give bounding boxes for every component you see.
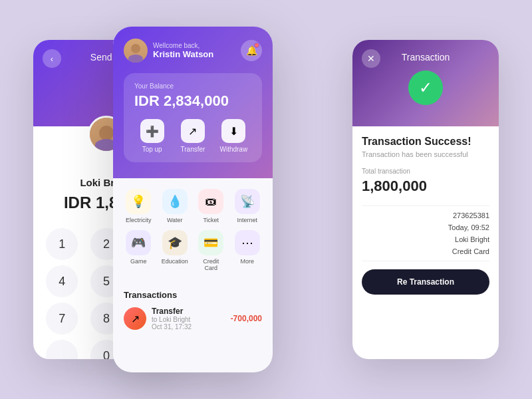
withdraw-icon: ⬇	[229, 125, 238, 138]
transaction-info: Transfer to Loki Bright Oct 31, 17:32	[152, 307, 225, 331]
notification-bell[interactable]: 🔔	[241, 40, 262, 61]
num-7[interactable]: 7	[46, 303, 78, 334]
transfer-button[interactable]: ↗ Transfer	[175, 119, 210, 153]
transaction-amount: -700,000	[231, 314, 262, 323]
transfer-icon: ↗	[188, 125, 197, 138]
balance-label: Your Balance	[134, 82, 251, 90]
transaction-title: Transaction	[402, 52, 450, 63]
num-empty	[46, 340, 78, 359]
ticket-label: Ticket	[203, 217, 219, 223]
transaction-name: Transfer	[152, 307, 225, 316]
service-electricity[interactable]: 💡 Electricity	[124, 189, 154, 223]
detail-row-id: 273625381	[362, 211, 489, 219]
dashboard-card: Wellcome back, Kristin Watson 🔔 Your Bal…	[113, 27, 273, 372]
internet-icon: 📡	[235, 189, 260, 214]
electricity-label: Electricity	[126, 217, 152, 223]
plus-icon: ➕	[146, 125, 159, 138]
divider-2	[362, 261, 489, 261]
transactions-title: Transactions	[124, 290, 262, 300]
balance-amount: IDR 2,834,000	[134, 92, 251, 110]
electricity-icon: 💡	[126, 189, 151, 214]
detail-name: Loki Bright	[455, 235, 489, 243]
detail-method: Credit Card	[452, 247, 489, 255]
avatar-inner	[124, 39, 148, 63]
game-icon: 🎮	[126, 230, 151, 255]
service-ticket[interactable]: 🎟 Ticket	[196, 189, 226, 223]
more-icon: ⋯	[235, 230, 260, 255]
withdraw-label: Withdraw	[219, 146, 247, 153]
close-button[interactable]: ✕	[362, 49, 380, 68]
service-more[interactable]: ⋯ More	[233, 230, 263, 271]
transaction-card: ✕ Transaction ✓ Transaction Success! Tra…	[352, 40, 499, 359]
re-transaction-button[interactable]: Re Transaction	[362, 269, 489, 295]
credit-card-label: Credit Card	[196, 258, 226, 271]
transaction-date: Oct 31, 17:32	[152, 323, 225, 331]
total-amount: 1,800,000	[362, 178, 489, 195]
user-name: Kristin Watson	[153, 49, 213, 59]
detail-date: Today, 09:52	[448, 223, 489, 231]
num-1[interactable]: 1	[46, 228, 78, 260]
welcome-left: Wellcome back, Kristin Watson	[124, 39, 213, 63]
detail-row-name: Loki Bright	[362, 235, 489, 243]
welcome-row: Wellcome back, Kristin Watson 🔔	[124, 39, 262, 63]
service-credit-card[interactable]: 💳 Credit Card	[196, 230, 226, 271]
transaction-header: ✕ Transaction ✓	[352, 40, 499, 126]
balance-actions: ➕ Top up ↗ Transfer ⬇ Withd	[134, 119, 251, 153]
dashboard-header: Wellcome back, Kristin Watson 🔔 Your Bal…	[113, 27, 273, 178]
services-section: 💡 Electricity 💧 Water 🎟 Ticket 📡 Interne…	[113, 178, 273, 290]
detail-row-date: Today, 09:52	[362, 223, 489, 231]
transaction-body: Transaction Success! Transaction has bee…	[352, 126, 499, 312]
transfer-label: Transfer	[181, 146, 205, 153]
water-label: Water	[167, 217, 183, 223]
topup-button[interactable]: ➕ Top up	[134, 119, 170, 153]
divider-1	[362, 205, 489, 206]
transaction-sub: to Loki Bright	[152, 316, 225, 323]
welcome-sub: Wellcome back,	[153, 42, 213, 49]
services-grid: 💡 Electricity 💧 Water 🎟 Ticket 📡 Interne…	[124, 189, 262, 271]
balance-card: Your Balance IDR 2,834,000 ➕ Top up ↗ Tr…	[124, 73, 262, 162]
topup-label: Top up	[142, 146, 162, 153]
transactions-section: Transactions ↗ Transfer to Loki Bright O…	[113, 290, 273, 331]
internet-label: Internet	[237, 217, 257, 223]
education-icon: 🎓	[162, 230, 188, 255]
service-water[interactable]: 💧 Water	[160, 189, 190, 223]
success-icon: ✓	[408, 70, 443, 105]
withdraw-button[interactable]: ⬇ Withdraw	[216, 119, 251, 153]
transaction-item[interactable]: ↗ Transfer to Loki Bright Oct 31, 17:32 …	[124, 307, 262, 331]
back-button[interactable]: ‹	[43, 49, 61, 68]
credit-card-icon: 💳	[198, 230, 223, 255]
welcome-text: Wellcome back, Kristin Watson	[153, 42, 213, 59]
water-icon: 💧	[162, 189, 188, 214]
success-sub: Transaction has been successful	[362, 150, 489, 158]
total-label: Total transaction	[362, 168, 489, 175]
game-label: Game	[130, 258, 147, 265]
num-4[interactable]: 4	[46, 265, 78, 297]
transaction-avatar: ↗	[124, 307, 146, 330]
detail-row-method: Credit Card	[362, 247, 489, 255]
topup-icon-wrap: ➕	[140, 119, 164, 143]
transfer-icon-wrap: ↗	[181, 119, 205, 143]
notification-dot	[254, 43, 259, 48]
withdraw-icon-wrap: ⬇	[221, 119, 245, 143]
user-avatar	[124, 39, 148, 63]
ticket-icon: 🎟	[198, 189, 223, 214]
service-education[interactable]: 🎓 Education	[160, 230, 190, 271]
detail-id: 273625381	[453, 211, 489, 219]
education-label: Education	[162, 258, 188, 265]
service-internet[interactable]: 📡 Internet	[233, 189, 263, 223]
more-label: More	[240, 258, 254, 265]
service-game[interactable]: 🎮 Game	[124, 230, 154, 271]
success-title: Transaction Success!	[362, 136, 489, 148]
cards-container: ‹ Send to Loki Bright IDR 1,800,0 1 2 3 …	[33, 27, 499, 372]
